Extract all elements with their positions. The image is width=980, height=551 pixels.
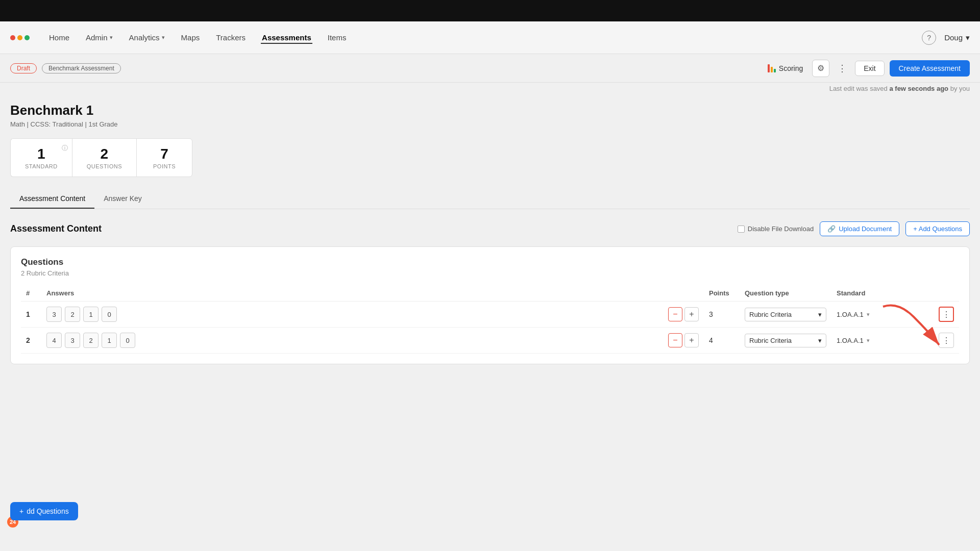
main-content: Benchmark 1 Math | CCSS: Traditional | 1…	[0, 92, 980, 551]
col-actions	[934, 285, 959, 302]
stats-row: ⓘ 1 Standard 2 Questions 7 Points	[10, 138, 970, 177]
logo-dot-red	[10, 35, 15, 40]
row2-more[interactable]: ⋮	[934, 328, 959, 354]
scoring-button[interactable]: Scoring	[764, 62, 807, 74]
exit-button[interactable]: Exit	[855, 61, 884, 76]
admin-chevron: ▾	[110, 34, 113, 41]
row1-type-select[interactable]: Rubric Criteria ▾	[745, 308, 826, 321]
benchmark-badge: Benchmark Assessment	[42, 63, 121, 73]
assessment-title: Benchmark 1	[10, 103, 970, 118]
type-chevron: ▾	[818, 311, 822, 318]
answer-box: 0	[120, 333, 135, 348]
col-number: #	[21, 285, 41, 302]
stat-standard-number: 1	[25, 146, 58, 162]
navbar: Home Admin ▾ Analytics ▾ Maps Trackers A…	[0, 21, 980, 54]
col-points: Points	[704, 285, 740, 302]
row1-controls: − +	[663, 302, 704, 328]
section-header: Assessment Content Disable File Download…	[10, 221, 970, 236]
tabs: Assessment Content Answer Key	[10, 189, 970, 209]
row2-more-button[interactable]: ⋮	[939, 333, 954, 348]
disable-file-download[interactable]: Disable File Download	[738, 225, 814, 233]
add-questions-header-button[interactable]: + Add Questions	[905, 221, 970, 236]
answer-box: 1	[102, 333, 117, 348]
analytics-chevron: ▾	[162, 34, 165, 41]
nav-items[interactable]: Items	[327, 31, 348, 44]
nav-analytics[interactable]: Analytics ▾	[128, 31, 166, 44]
answer-box: 2	[83, 333, 99, 348]
draft-badge: Draft	[10, 63, 37, 73]
answer-box: 3	[46, 307, 62, 322]
answer-box: 2	[65, 307, 80, 322]
row1-points: 3	[704, 302, 740, 328]
answer-box: 3	[65, 333, 80, 348]
help-button[interactable]: ?	[922, 31, 936, 45]
stat-points-label: Points	[151, 163, 178, 169]
rubric-count: 2 Rubric Criteria	[21, 269, 959, 277]
navbar-right: ? Doug ▾	[922, 31, 970, 45]
tab-assessment-content[interactable]: Assessment Content	[10, 189, 94, 209]
row1-answers: 3 2 1 0	[41, 302, 663, 328]
section-title: Assessment Content	[10, 223, 102, 234]
user-chevron: ▾	[966, 33, 970, 42]
row1-standard: 1.OA.A.1 ▾	[831, 302, 934, 328]
disable-download-checkbox[interactable]	[738, 226, 745, 233]
add-questions-float-button[interactable]: + dd Questions	[10, 502, 78, 520]
type-chevron: ▾	[818, 337, 822, 344]
row2-minus-button[interactable]: −	[668, 333, 682, 347]
app-logo[interactable]	[10, 35, 30, 40]
col-answers: Answers	[41, 285, 663, 302]
toolbar: Draft Benchmark Assessment Scoring ⚙ ⋮ E…	[0, 54, 980, 83]
upload-document-button[interactable]: 🔗 Upload Document	[820, 221, 899, 236]
more-options-button[interactable]: ⋮	[835, 61, 850, 76]
nav-home[interactable]: Home	[48, 31, 70, 44]
table-row: 2 4 3 2 1 0 − +	[21, 328, 959, 354]
questions-title: Questions	[21, 257, 959, 267]
scoring-bar-red	[768, 64, 770, 72]
toolbar-right: Scoring ⚙ ⋮ Exit Create Assessment	[764, 60, 970, 77]
col-controls	[663, 285, 704, 302]
standard-chevron: ▾	[867, 337, 870, 344]
row2-controls: − +	[663, 328, 704, 354]
row1-more-button[interactable]: ⋮	[939, 307, 954, 322]
top-bar	[0, 0, 980, 21]
col-standard: Standard	[831, 285, 934, 302]
row2-number: 2	[21, 328, 41, 354]
stat-info-icon[interactable]: ⓘ	[62, 144, 68, 153]
row1-minus-button[interactable]: −	[668, 307, 682, 321]
scoring-bar-green	[774, 69, 776, 72]
row2-plus-button[interactable]: +	[684, 333, 699, 347]
questions-table: # Answers Points Question type Standard …	[21, 285, 959, 354]
row2-type-select[interactable]: Rubric Criteria ▾	[745, 334, 826, 347]
col-question-type: Question type	[740, 285, 831, 302]
last-edit-bar: Last edit was saved a few seconds ago by…	[0, 83, 980, 92]
scoring-bar-yellow	[771, 67, 773, 72]
last-edit-time: a few seconds ago	[889, 85, 948, 92]
stat-standard: ⓘ 1 Standard	[10, 138, 72, 177]
row1-number: 1	[21, 302, 41, 328]
row2-standard: 1.OA.A.1 ▾	[831, 328, 934, 354]
answer-box: 0	[102, 307, 117, 322]
row1-more[interactable]: ⋮	[934, 302, 959, 328]
nav-maps[interactable]: Maps	[180, 31, 201, 44]
row1-type: Rubric Criteria ▾	[740, 302, 831, 328]
settings-button[interactable]: ⚙	[812, 60, 829, 77]
tab-answer-key[interactable]: Answer Key	[94, 189, 151, 209]
table-header-row: # Answers Points Question type Standard	[21, 285, 959, 302]
questions-container: Questions 2 Rubric Criteria # Answers Po…	[10, 246, 970, 364]
row2-points: 4	[704, 328, 740, 354]
scoring-icon	[768, 64, 776, 72]
assessment-meta: Math | CCSS: Traditional | 1st Grade	[10, 120, 970, 128]
create-assessment-button[interactable]: Create Assessment	[890, 60, 970, 77]
table-row: 1 3 2 1 0 − +	[21, 302, 959, 328]
nav-trackers[interactable]: Trackers	[215, 31, 247, 44]
answer-box: 1	[83, 307, 99, 322]
row2-type: Rubric Criteria ▾	[740, 328, 831, 354]
row1-plus-button[interactable]: +	[684, 307, 699, 321]
stat-questions-number: 2	[87, 146, 122, 162]
stat-questions-label: Questions	[87, 163, 122, 169]
user-menu[interactable]: Doug ▾	[944, 33, 970, 42]
stat-standard-label: Standard	[25, 163, 58, 169]
nav-admin[interactable]: Admin ▾	[85, 31, 114, 44]
stat-points-number: 7	[151, 146, 178, 162]
nav-assessments[interactable]: Assessments	[261, 31, 312, 44]
